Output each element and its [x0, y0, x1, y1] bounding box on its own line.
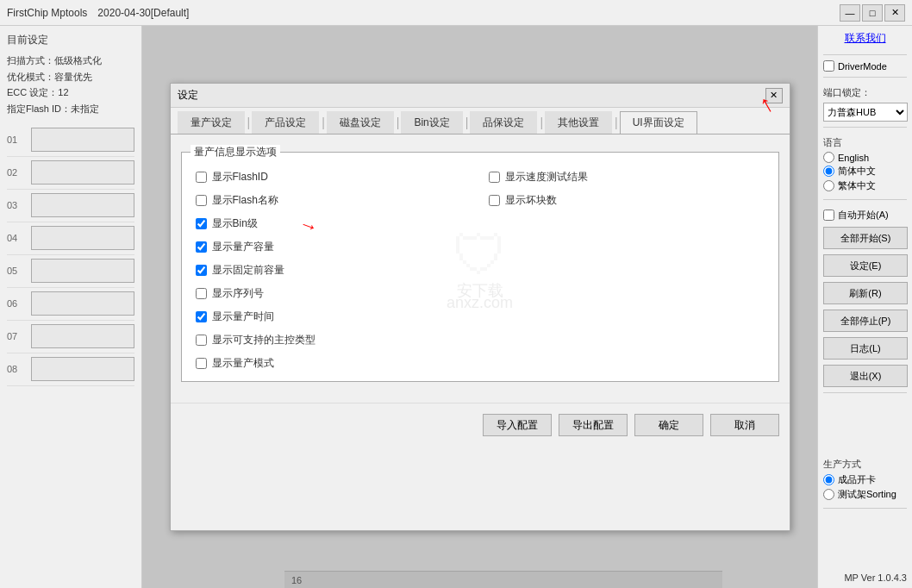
cb-mass-time-label: 显示量产时间 [212, 310, 274, 324]
slot-num-03: 03 [7, 200, 28, 210]
contact-us-link[interactable]: 联系我们 [823, 31, 907, 46]
auto-start-checkbox[interactable] [823, 210, 834, 221]
cb-serial-num-input[interactable] [196, 288, 207, 299]
cb-mass-time-input[interactable] [196, 311, 207, 322]
start-all-button[interactable]: 全部开始(S) [823, 227, 908, 249]
app-name: FirstChip Mptools [7, 7, 87, 19]
tab-separator-2: | [322, 116, 325, 129]
version-text: MP Ver 1.0.4.3 [823, 572, 907, 583]
cb-mass-capacity: 显示量产容量 [196, 240, 472, 254]
slot-box-04[interactable] [31, 226, 134, 250]
optimize-mode-info: 优化模式：容量优先 [7, 69, 134, 85]
tab-separator-5: | [540, 116, 543, 129]
divider-5 [823, 392, 907, 393]
refresh-button[interactable]: 刷新(R) [823, 282, 908, 304]
slot-box-05[interactable] [31, 259, 134, 283]
cb-bin-level: 显示Bin级 [196, 216, 472, 231]
scan-mode-info: 扫描方式：低级格式化 [7, 53, 134, 69]
port-lock-label: 端口锁定： [823, 86, 907, 99]
production-sorting-row: 测试架Sorting [823, 488, 907, 501]
cb-bin-level-label: 显示Bin级 [212, 216, 258, 231]
cb-speed-test-label: 显示速度测试结果 [505, 170, 588, 185]
tab-disk-settings[interactable]: 磁盘设定 [327, 111, 394, 134]
port-lock-select[interactable]: 力普森HUB 无锁定 [823, 103, 908, 122]
cb-controller-type: 显示可支持的主控类型 [196, 333, 472, 347]
window-controls: — □ ✕ [840, 4, 905, 22]
slot-row-06: 06 [7, 288, 134, 321]
import-config-button[interactable]: 导入配置 [483, 414, 552, 436]
driver-mode-row: DriverMode [823, 60, 907, 72]
slot-num-07: 07 [7, 331, 28, 341]
slot-box-03[interactable] [31, 193, 134, 217]
slot-row-08: 08 [7, 353, 134, 386]
cb-bad-blocks-input[interactable] [489, 195, 500, 206]
cb-speed-test-input[interactable] [489, 172, 500, 183]
minimize-button[interactable]: — [840, 4, 860, 22]
cb-flash-id-input[interactable] [196, 172, 207, 183]
tab-product-settings[interactable]: 产品设定 [252, 111, 319, 134]
left-panel: 目前设定 扫描方式：低级格式化 优化模式：容量优先 ECC 设定：12 指定Fl… [0, 26, 142, 588]
cb-controller-type-input[interactable] [196, 335, 207, 346]
production-sorting-radio[interactable] [823, 489, 834, 500]
lang-simplified-row: 简体中文 [823, 165, 907, 178]
stop-all-button[interactable]: 全部停止(P) [823, 310, 908, 332]
divider-3 [823, 127, 907, 128]
slot-box-07[interactable] [31, 324, 134, 348]
language-section: 语言 English 简体中文 繁体中文 [823, 136, 907, 194]
tab-ui-settings[interactable]: UI界面设定 [620, 111, 697, 134]
maximize-button[interactable]: □ [862, 4, 883, 22]
production-card-label: 成品开卡 [838, 473, 876, 486]
lang-title: 语言 [823, 136, 907, 149]
slot-box-06[interactable] [31, 291, 134, 316]
tab-mass-production[interactable]: 量产设定 [178, 111, 245, 134]
slot-box-01[interactable] [31, 128, 134, 152]
lang-english-label: English [838, 153, 869, 163]
slot-row-04: 04 [7, 222, 134, 255]
auto-start-label: 自动开始(A) [838, 209, 889, 222]
title-bar: FirstChip Mptools 2020-04-30[Default] — … [0, 0, 912, 26]
dialog-overlay: 设定 ✕ 量产设定 | 产品设定 | 磁盘设定 | Bin设定 | 品保设定 |… [142, 26, 817, 588]
cb-production-mode-input[interactable] [196, 358, 207, 369]
cb-bin-level-input[interactable] [196, 218, 207, 229]
close-button[interactable]: ✕ [884, 4, 905, 22]
slot-box-02[interactable] [31, 160, 134, 185]
cancel-button[interactable]: 取消 [710, 414, 779, 436]
production-section: 生产方式 成品开卡 测试架Sorting [823, 458, 907, 503]
cb-mass-capacity-input[interactable] [196, 241, 207, 253]
lang-traditional-row: 繁体中文 [823, 179, 907, 192]
slot-box-08[interactable] [31, 357, 134, 381]
cb-flash-id: 显示FlashID [196, 170, 472, 185]
exit-button[interactable]: 退出(X) [823, 365, 908, 387]
export-config-button[interactable]: 导出配置 [559, 414, 628, 436]
tab-separator-6: | [615, 116, 618, 129]
auto-start-row: 自动开始(A) [823, 209, 907, 222]
cb-flash-name-input[interactable] [196, 195, 207, 206]
tab-bin-settings[interactable]: Bin设定 [401, 111, 462, 134]
lang-simplified-radio[interactable] [823, 166, 834, 177]
cb-serial-num: 显示序列号 [196, 286, 472, 301]
driver-mode-checkbox[interactable] [823, 60, 834, 72]
cb-flash-id-label: 显示FlashID [212, 170, 268, 185]
tab-other-settings[interactable]: 其他设置 [545, 111, 612, 134]
checkbox-col-right: 显示速度测试结果 显示坏块数 [489, 170, 765, 371]
dialog-content: 量产信息显示选项 → 🛡 安下载 anxz.com [171, 134, 790, 392]
production-sorting-label: 测试架Sorting [838, 488, 896, 501]
slot-row-03: 03 [7, 190, 134, 222]
settings-button[interactable]: 设定(E) [823, 254, 908, 277]
production-card-radio[interactable] [823, 474, 834, 485]
main-layout: 目前设定 扫描方式：低级格式化 优化模式：容量优先 ECC 设定：12 指定Fl… [0, 26, 912, 588]
cb-bad-blocks: 显示坏块数 [489, 193, 765, 208]
tab-separator-1: | [247, 116, 251, 129]
slot-list: 01 02 03 04 05 06 [7, 124, 134, 386]
tab-quality-settings[interactable]: 品保设定 [470, 111, 537, 134]
dialog-title-bar: 设定 ✕ [171, 84, 790, 108]
divider-2 [823, 77, 907, 78]
confirm-button[interactable]: 确定 [634, 414, 703, 436]
log-button[interactable]: 日志(L) [823, 337, 908, 360]
cb-fixed-capacity-label: 显示固定前容量 [212, 263, 284, 278]
lang-english-row: English [823, 152, 907, 163]
slot-row-02: 02 [7, 157, 134, 190]
lang-english-radio[interactable] [823, 152, 834, 163]
cb-fixed-capacity-input[interactable] [196, 265, 207, 276]
lang-traditional-radio[interactable] [823, 180, 834, 191]
